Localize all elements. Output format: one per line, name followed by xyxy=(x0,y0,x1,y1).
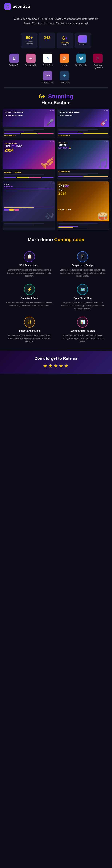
sass-icon: Sass xyxy=(26,54,36,63)
nav-dot xyxy=(52,183,53,183)
hero-card-4: #MusicFest AURAL EUPHORIA 🎵 EXPERIENCE / xyxy=(57,140,109,180)
mock-line xyxy=(58,225,88,225)
feature-code-title: Optimized Code xyxy=(21,297,38,300)
nav-dot xyxy=(50,110,51,111)
mock-bar xyxy=(4,191,29,191)
countdown-m: 32• xyxy=(64,209,67,211)
icon-loading: ⟳ Loading xyxy=(57,54,72,69)
stat-count-label xyxy=(43,40,52,43)
nav-dot xyxy=(50,183,51,183)
feature-animation: ✨ Smooth Animation Engages visitors with… xyxy=(4,315,55,345)
feature-map-title: OpenStreet Map xyxy=(74,297,92,300)
hero-grid-3: Aural Euphoria 🎶 xyxy=(0,181,112,232)
card-6-countdown: 53• 16• 32• 09•• xyxy=(58,209,71,211)
nav-dots-3 xyxy=(50,142,54,142)
hero-card-2-top: Unleash the spiritof Business 🎸 xyxy=(57,109,109,127)
nav-dot xyxy=(106,142,107,142)
feature-data-icon: 📊 xyxy=(77,317,88,328)
mini-bar xyxy=(4,177,16,178)
clean-label: Clean Code xyxy=(60,82,69,84)
nav-dot xyxy=(50,142,51,142)
wordpress-label: WordPress 5+ xyxy=(75,64,87,66)
mini-bars xyxy=(4,133,54,134)
stat-count: 248 xyxy=(39,33,55,48)
feature-map-icon: 🗺️ xyxy=(77,284,88,295)
mock-bar xyxy=(4,208,34,208)
card-6-title: #MusicFest HARMO NIA 2024 xyxy=(58,183,69,195)
icon-elementor: E Elementor PageBuilder xyxy=(90,54,105,69)
stat-image: Preview xyxy=(75,33,91,48)
hero-card-6-bottom xyxy=(57,221,109,230)
card-4-person: 🎵 xyxy=(97,157,109,169)
feature-data-title: Event structured data xyxy=(71,330,95,332)
feature-animation-title: Smooth Animation xyxy=(19,330,40,332)
nav-dot xyxy=(106,110,107,111)
woo-icon: Woo xyxy=(43,71,52,81)
hero-section-heading: 6+ Stunning Hero Section xyxy=(0,88,112,109)
nav-dot xyxy=(52,142,53,142)
card-1-title: Unveil the Magicof Soundscapes xyxy=(4,111,24,117)
bootstrap-icon: B xyxy=(9,54,19,63)
feature-responsive-icon: 📱 xyxy=(77,251,88,262)
feature-animation-icon: ✨ xyxy=(24,317,35,328)
feature-map: 🗺️ OpenStreet Map Integrated OpenStreet … xyxy=(57,282,108,312)
hero-card-3-body: Rhythms | Melodies xyxy=(3,169,55,179)
nav-dots-5 xyxy=(50,183,54,183)
nav-dot xyxy=(107,110,108,111)
mini-bars xyxy=(58,133,108,134)
nav-dot xyxy=(53,183,54,183)
feature-map-desc: Integrated OpenStreet Map feature enhanc… xyxy=(59,301,106,310)
logo-icon: 🎵 xyxy=(4,3,11,10)
mini-bars xyxy=(4,177,54,178)
tag xyxy=(15,209,19,211)
nav-dot xyxy=(106,183,107,183)
mini-bars xyxy=(58,176,108,177)
mock-line xyxy=(4,225,34,225)
stat-image-label: Preview xyxy=(78,43,87,45)
card-2-person: 🎸 xyxy=(100,119,108,126)
feature-code: ⚡ Optimized Code Clean and efficient cod… xyxy=(4,282,55,312)
mock-line xyxy=(58,130,88,131)
hero-card-4-body: EXPERIENCE / xyxy=(57,169,109,178)
mock-line-accent xyxy=(58,226,78,227)
clean-icon: ✦ xyxy=(60,71,69,81)
stat-stunning: 6+ StunningDesign xyxy=(57,33,73,48)
mock-line-accent xyxy=(58,131,78,132)
hero-card-2-bottom: EXPERIENCE / xyxy=(57,127,109,138)
card-5-title: Aural Euphoria xyxy=(4,183,13,188)
icon-woo: Woo Woo Available xyxy=(40,71,55,84)
nav-dot xyxy=(52,110,53,111)
hero-grid-1: Unveil the Magicof Soundscapes 🎤 EXPERIE… xyxy=(0,109,112,140)
mini-bar-accent xyxy=(21,133,37,134)
card-4-title: #MusicFest AURAL EUPHORIA xyxy=(58,142,71,149)
feature-documented-icon: 📋 xyxy=(24,251,35,262)
stat-count-number: 248 xyxy=(43,35,52,40)
coming-soon-text: More demo Coming soon xyxy=(28,237,84,242)
heading-label1: Stunning xyxy=(48,93,73,100)
mock-bar xyxy=(4,190,39,190)
feature-code-icon: ⚡ xyxy=(24,284,35,295)
nav-dot xyxy=(53,142,54,142)
nav-dot xyxy=(107,183,108,183)
mini-bar-accent3 xyxy=(37,133,54,134)
elementor-label: Elementor PageBuilder xyxy=(90,64,105,69)
mock-line xyxy=(4,129,44,130)
mock-bar xyxy=(4,189,54,189)
mock-line xyxy=(58,223,98,224)
loading-icon: ⟳ xyxy=(60,54,69,63)
mock-stats-3: Rhythms | Melodies xyxy=(4,172,54,174)
mock-stat: | xyxy=(13,172,13,174)
card-5-content xyxy=(4,188,54,192)
cta-stars: ★★★★★ xyxy=(4,363,108,369)
hero-card-4-top: #MusicFest AURAL EUPHORIA 🎵 xyxy=(57,140,109,169)
mock-stat: Melodies xyxy=(15,172,22,174)
cta-section: Don't forget to Rate us ★★★★★ xyxy=(0,351,112,374)
card-3-person: 🎺 xyxy=(40,156,55,169)
mock-stat: Rhythms xyxy=(4,172,11,174)
google-label: Google Font xyxy=(43,64,53,66)
nav-dot xyxy=(53,110,54,111)
icon-clean: ✦ Clean Code xyxy=(57,71,72,84)
mock-line xyxy=(4,223,44,224)
hero-card-5-top: Aural Euphoria 🎶 xyxy=(3,182,55,221)
countdown-h: 16• xyxy=(61,209,64,211)
